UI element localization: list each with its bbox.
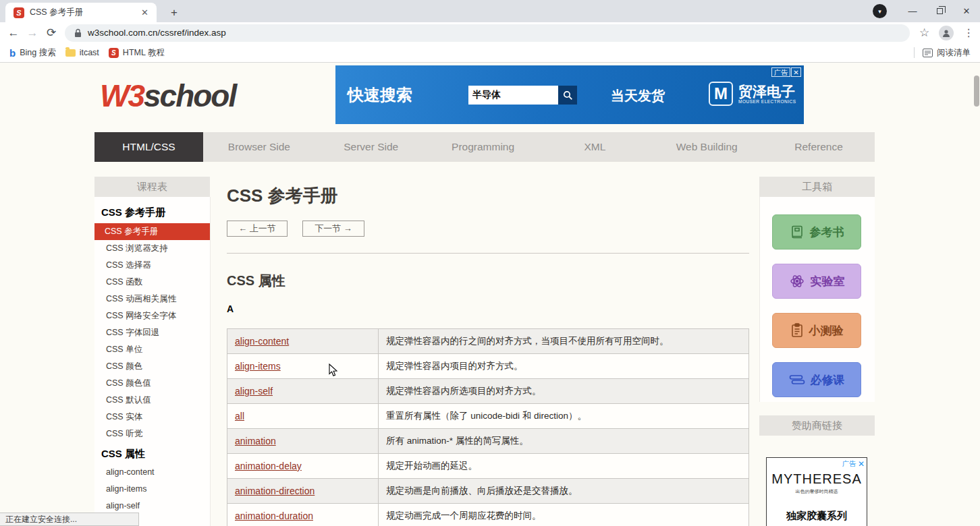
sidebar-item[interactable]: CSS 网络安全字体 bbox=[94, 308, 210, 324]
sidebar-item[interactable]: CSS 选择器 bbox=[94, 257, 210, 274]
minimize-button[interactable]: — bbox=[899, 0, 926, 22]
table-row: animation-direction 规定动画是向前播放、向后播放还是交替播放… bbox=[227, 479, 748, 504]
tool-button-label: 必修课 bbox=[811, 372, 845, 388]
property-description: 规定开始动画的延迟。 bbox=[379, 454, 748, 478]
sponsor-header: 赞助商链接 bbox=[759, 415, 875, 436]
tool-button-label: 实验室 bbox=[811, 274, 845, 289]
main-nav: HTML/CSS Browser Side Server Side Progra… bbox=[94, 132, 875, 162]
bookmark-html-tutorial[interactable]: S HTML 教程 bbox=[109, 47, 165, 59]
mouser-brand: 贸泽电子 bbox=[738, 84, 796, 99]
table-row: animation 所有 animation-* 属性的简写属性。 bbox=[227, 429, 748, 454]
property-link[interactable]: align-content bbox=[235, 336, 289, 347]
next-section-button[interactable]: 下一节 → bbox=[302, 221, 364, 237]
sidebar-item[interactable]: CSS 颜色值 bbox=[94, 375, 210, 392]
bookmark-itcast-folder[interactable]: itcast bbox=[65, 48, 99, 57]
property-description: 规定弹性容器内项目的对齐方式。 bbox=[379, 354, 748, 378]
clipboard-icon bbox=[790, 323, 804, 338]
property-link[interactable]: align-self bbox=[235, 386, 273, 397]
property-link[interactable]: animation-delay bbox=[235, 461, 302, 471]
browser-tab-bar: S CSS 参考手册 ✕ + ▾ — ✕ bbox=[0, 0, 980, 22]
sidebar-item[interactable]: CSS 动画相关属性 bbox=[94, 291, 210, 308]
reading-list-button[interactable]: 阅读清单 bbox=[937, 47, 971, 59]
property-description: 规定动画是向前播放、向后播放还是交替播放。 bbox=[379, 479, 748, 503]
prev-section-button[interactable]: ← 上一节 bbox=[227, 221, 288, 237]
nav-item-web-building[interactable]: Web Building bbox=[651, 132, 763, 162]
section-title: CSS 属性 bbox=[227, 272, 285, 290]
menu-dots-icon[interactable]: ⋮ bbox=[963, 26, 974, 39]
sidebar-item[interactable]: CSS 函数 bbox=[94, 274, 210, 291]
sidebar-header: 课程表 bbox=[94, 177, 210, 197]
sidebar-item[interactable]: CSS 浏览器支持 bbox=[94, 240, 210, 257]
restore-button[interactable] bbox=[926, 0, 953, 22]
sidebar-section-title: CSS 参考手册 bbox=[94, 206, 210, 219]
reference-book-button[interactable]: 参考书 bbox=[772, 214, 861, 250]
ad-search-input[interactable] bbox=[468, 86, 558, 105]
tab-title: CSS 参考手册 bbox=[30, 7, 138, 18]
back-icon[interactable]: ← bbox=[4, 26, 23, 40]
sidebar-item[interactable]: align-content bbox=[94, 464, 210, 481]
profile-avatar[interactable] bbox=[939, 26, 954, 40]
bookmark-label: HTML 教程 bbox=[123, 47, 165, 59]
nav-item-reference[interactable]: Reference bbox=[763, 132, 875, 162]
bing-icon: b bbox=[9, 47, 16, 59]
reload-icon[interactable]: ⟳ bbox=[42, 26, 61, 40]
ad-search-button[interactable] bbox=[558, 86, 577, 105]
property-link[interactable]: animation-duration bbox=[235, 510, 313, 521]
ad-close-icon[interactable]: ✕ bbox=[791, 67, 801, 77]
ad-close-icon[interactable]: ✕ bbox=[858, 459, 865, 469]
browser-tab[interactable]: S CSS 参考手册 ✕ bbox=[5, 3, 157, 22]
table-row: align-items 规定弹性容器内项目的对齐方式。 bbox=[227, 354, 748, 379]
laboratory-button[interactable]: 实验室 bbox=[772, 264, 861, 299]
table-row: align-self 规定弹性容器内所选项目的对齐方式。 bbox=[227, 379, 748, 404]
property-link[interactable]: all bbox=[235, 411, 244, 421]
sidebar-item[interactable]: CSS 听觉 bbox=[94, 426, 210, 442]
property-description: 规定弹性容器内所选项目的对齐方式。 bbox=[379, 379, 748, 403]
sidebar-item[interactable]: align-items bbox=[94, 481, 210, 498]
scrollbar-thumb[interactable] bbox=[974, 76, 979, 107]
sponsor-brand: MYTHERESA bbox=[767, 471, 867, 487]
sidebar-item[interactable]: CSS 颜色 bbox=[94, 358, 210, 375]
search-icon bbox=[563, 90, 573, 100]
w3school-favicon-icon: S bbox=[109, 48, 119, 58]
sidebar-item[interactable]: CSS 默认值 bbox=[94, 392, 210, 409]
required-course-button[interactable]: 必修课 bbox=[772, 362, 861, 397]
atom-icon bbox=[789, 273, 805, 289]
header-ad-banner[interactable]: 广告 ✕ 快速搜索 当天发货 M 贸泽电子 MOUSER ELECTRONICS bbox=[335, 65, 804, 124]
sidebar-item-active[interactable]: CSS 参考手册 bbox=[94, 223, 210, 240]
divider bbox=[914, 47, 915, 58]
quiz-button[interactable]: 小测验 bbox=[772, 313, 861, 348]
media-control-icon[interactable]: ▾ bbox=[873, 4, 887, 18]
star-icon[interactable]: ☆ bbox=[919, 26, 929, 40]
w3school-logo[interactable]: W3school bbox=[100, 78, 236, 114]
nav-item-htmlcss[interactable]: HTML/CSS bbox=[94, 132, 203, 162]
property-link[interactable]: animation bbox=[235, 436, 276, 446]
nav-item-server-side[interactable]: Server Side bbox=[315, 132, 427, 162]
nav-item-programming[interactable]: Programming bbox=[427, 132, 539, 162]
tool-button-label: 小测验 bbox=[809, 323, 844, 339]
bookmark-label: itcast bbox=[80, 48, 99, 57]
sidebar-item[interactable]: CSS 实体 bbox=[94, 409, 210, 426]
sponsor-ad[interactable]: 广告 ✕ MYTHERESA 出色的奢侈时尚精选 独家胶囊系列 bbox=[766, 457, 867, 526]
forward-icon[interactable]: → bbox=[23, 26, 42, 40]
table-row: animation-duration 规定动画完成一个周期应花费的时间。 bbox=[227, 504, 748, 526]
table-row: animation-delay 规定开始动画的延迟。 bbox=[227, 454, 748, 479]
ad-badge: 广告 bbox=[771, 67, 790, 77]
address-bar[interactable]: w3school.com.cn/cssref/index.asp bbox=[65, 24, 910, 42]
sidebar-item[interactable]: CSS 字体回退 bbox=[94, 324, 210, 341]
person-icon bbox=[942, 28, 951, 38]
bookmark-bing[interactable]: b Bing 搜索 bbox=[9, 47, 56, 59]
sidebar-item[interactable]: CSS 单位 bbox=[94, 341, 210, 358]
property-link[interactable]: animation-direction bbox=[235, 486, 315, 496]
tab-close-icon[interactable]: ✕ bbox=[138, 6, 151, 19]
page-content: W3school 广告 ✕ 快速搜索 当天发货 M 贸泽电子 MOUSER EL… bbox=[0, 63, 980, 526]
nav-item-xml[interactable]: XML bbox=[539, 132, 651, 162]
close-window-button[interactable]: ✕ bbox=[953, 0, 980, 22]
mouse-cursor bbox=[329, 363, 338, 377]
property-link[interactable]: align-items bbox=[235, 361, 281, 372]
new-tab-button[interactable]: + bbox=[166, 5, 182, 21]
property-description: 规定弹性容器内的行之间的对齐方式，当项目不使用所有可用空间时。 bbox=[379, 329, 748, 353]
property-description: 重置所有属性（除了 unicode-bidi 和 direction）。 bbox=[379, 404, 748, 428]
nav-item-browser-side[interactable]: Browser Side bbox=[203, 132, 315, 162]
letter-heading: A bbox=[227, 303, 234, 314]
w3school-favicon-icon: S bbox=[13, 7, 24, 18]
